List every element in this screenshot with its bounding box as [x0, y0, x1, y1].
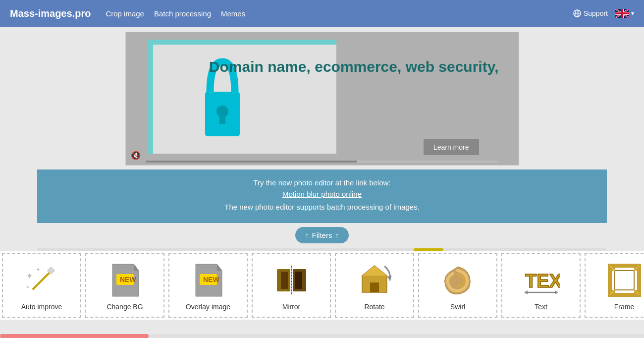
tool-overlay-image[interactable]: NEW Overlay image	[168, 253, 248, 318]
ad-learn-more-button[interactable]: Learn more	[424, 139, 479, 155]
ad-content: Domain name, ecommerce, web security, Le…	[126, 32, 519, 165]
svg-text:✦: ✦	[26, 284, 30, 290]
svg-rect-33	[295, 272, 302, 289]
logo[interactable]: Mass-images.pro	[10, 8, 91, 19]
ad-mute-icon[interactable]: 🔇	[131, 151, 141, 160]
support-label: Support	[584, 9, 608, 17]
changebg-icon: NEW	[107, 262, 144, 299]
tool-change-bg-label: Change BG	[107, 303, 143, 311]
svg-rect-47	[615, 271, 634, 290]
ad-progress-bar	[146, 161, 499, 163]
svg-text:✦: ✦	[26, 271, 33, 281]
header: Mass-images.pro Crop image Batch process…	[0, 0, 644, 27]
wand-icon: ✦ ✦ ✦	[23, 262, 60, 299]
rotate-icon	[355, 261, 394, 300]
tool-text-label: Text	[535, 303, 547, 311]
nav-batch-processing[interactable]: Batch processing	[154, 9, 211, 18]
tool-frame[interactable]: Frame	[585, 253, 644, 318]
promo-line1: Try the new photo editor at the link bel…	[47, 178, 597, 187]
svg-rect-32	[281, 272, 288, 289]
nav-memes[interactable]: Memes	[221, 9, 245, 18]
swirl-icon	[438, 261, 478, 300]
tool-rotate-label: Rotate	[364, 303, 384, 311]
text-icon: TEXT	[521, 261, 561, 300]
ad-container: i ✕ Domain name, ecom	[125, 32, 519, 166]
svg-rect-12	[615, 12, 629, 14]
promo-line2: The new photo editor supports batch proc…	[47, 203, 597, 211]
filters-arrow-up-left: ↑	[305, 231, 309, 239]
ad-text: Domain name, ecommerce, web security,	[209, 57, 499, 76]
nav-crop-image[interactable]: Crop image	[106, 9, 144, 18]
filters-arrow-up-right: ↑	[335, 231, 339, 239]
svg-text:NEW: NEW	[120, 276, 136, 283]
svg-text:✦: ✦	[36, 266, 41, 273]
scroll-bar[interactable]	[37, 248, 607, 251]
svg-rect-15	[219, 112, 225, 124]
filters-label: Filters	[312, 231, 332, 239]
ad-progress-fill	[146, 161, 358, 163]
tool-frame-label: Frame	[614, 303, 634, 311]
frame-icon	[604, 261, 644, 300]
mirror-svg-icon	[273, 262, 310, 299]
tool-auto-improve[interactable]: ✦ ✦ ✦ Auto improve	[2, 253, 81, 318]
tool-overlay-image-label: Overlay image	[186, 303, 230, 311]
tool-swirl[interactable]: Swirl	[418, 253, 497, 318]
ad-background: Domain name, ecommerce, web security, Le…	[126, 32, 519, 165]
promo-link[interactable]: Motion blur photo online	[282, 190, 362, 198]
swirl-svg-icon	[439, 262, 477, 299]
svg-marker-37	[387, 276, 392, 280]
main-nav: Crop image Batch processing Memes	[106, 9, 245, 18]
mirror-icon	[271, 261, 311, 300]
text-svg-icon: TEXT	[523, 262, 560, 299]
tool-swirl-label: Swirl	[450, 303, 465, 311]
frame-svg-icon	[606, 262, 643, 299]
overlay-icon: NEW	[190, 262, 227, 299]
tool-mirror-label: Mirror	[282, 303, 301, 311]
tool-mirror[interactable]: Mirror	[252, 253, 331, 318]
svg-text:TEXT: TEXT	[525, 271, 560, 291]
tool-change-bg[interactable]: NEW Change BG	[85, 253, 164, 318]
header-right: Support ▾	[573, 9, 634, 18]
tool-rotate[interactable]: Rotate	[335, 253, 414, 318]
main-content: i ✕ Domain name, ecom	[0, 27, 644, 338]
auto-improve-icon: ✦ ✦ ✦	[22, 261, 61, 300]
tools-container: ✦ ✦ ✦ Auto improve NEW Change BG	[0, 251, 644, 320]
bottom-scrollbar-thumb[interactable]	[0, 334, 149, 338]
promo-bar: Try the new photo editor at the link bel…	[37, 169, 607, 223]
filters-button-container: ↑ Filters ↑	[295, 227, 349, 243]
tool-auto-improve-label: Auto improve	[21, 303, 62, 311]
globe-icon	[573, 9, 581, 17]
language-selector[interactable]: ▾	[615, 9, 634, 18]
lang-dropdown-arrow: ▾	[631, 10, 634, 17]
bottom-scrollbar-track	[0, 334, 644, 338]
support-link[interactable]: Support	[573, 9, 608, 17]
scroll-thumb[interactable]	[414, 248, 443, 251]
uk-flag-icon	[615, 9, 629, 18]
rotate-svg-icon	[356, 262, 393, 299]
svg-line-16	[33, 272, 51, 289]
overlay-image-icon: NEW	[188, 261, 228, 300]
change-bg-icon: NEW	[105, 261, 145, 300]
svg-text:NEW: NEW	[203, 276, 219, 283]
svg-marker-35	[362, 266, 387, 276]
tool-text[interactable]: TEXT Text	[501, 253, 581, 318]
horizontal-scroll-track	[37, 245, 607, 251]
filters-button[interactable]: ↑ Filters ↑	[295, 227, 349, 243]
svg-rect-36	[370, 282, 379, 292]
